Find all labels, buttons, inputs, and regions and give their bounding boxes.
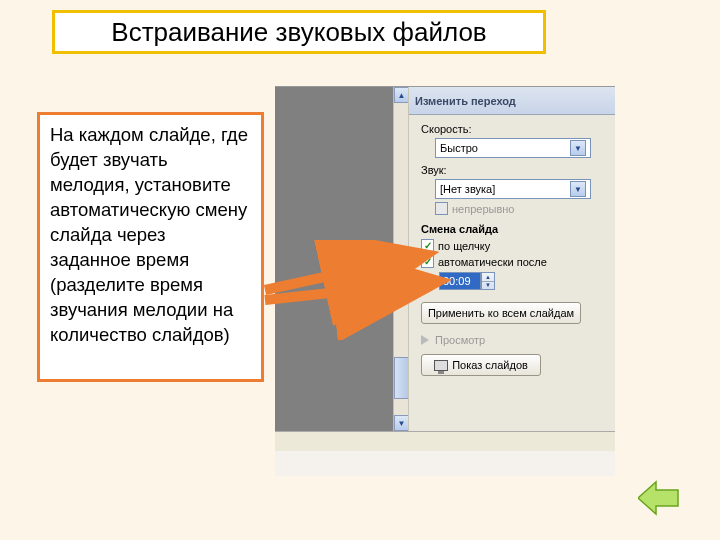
spinner-buttons[interactable]: ▲ ▼: [481, 272, 495, 290]
sound-value: [Нет звука]: [440, 183, 495, 195]
scroll-up-button[interactable]: ▲: [394, 87, 409, 103]
loop-checkbox: [435, 202, 448, 215]
preview-label: Просмотр: [435, 334, 485, 346]
transition-taskpane: Изменить переход Скорость: Быстро ▼ Звук…: [408, 87, 615, 431]
back-arrow-button[interactable]: [638, 480, 680, 516]
instruction-box: На каждом слайде, где будет звучать мело…: [37, 112, 264, 382]
auto-after-checkbox[interactable]: [421, 255, 434, 268]
apply-all-label: Применить ко всем слайдам: [428, 307, 574, 319]
taskpane-title: Изменить переход: [415, 95, 516, 107]
spinner-up-icon[interactable]: ▲: [482, 273, 494, 282]
preview-button[interactable]: Просмотр: [421, 334, 609, 346]
loop-label: непрерывно: [452, 203, 514, 215]
slideshow-label: Показ слайдов: [452, 359, 528, 371]
onclick-label: по щелчку: [438, 240, 490, 252]
sound-select[interactable]: [Нет звука] ▼: [435, 179, 591, 199]
speed-label: Скорость:: [421, 123, 609, 135]
instruction-text: На каждом слайде, где будет звучать мело…: [50, 123, 251, 348]
chevron-down-icon: ▼: [570, 140, 586, 156]
status-bar: [275, 431, 615, 451]
editor-scrollbar[interactable]: ▲ ▼: [393, 87, 408, 431]
spinner-down-icon[interactable]: ▼: [482, 282, 494, 290]
play-icon: [421, 335, 429, 345]
slide-title-box: Встраивание звуковых файлов: [52, 10, 546, 54]
chevron-down-icon: ▼: [570, 181, 586, 197]
slideshow-button[interactable]: Показ слайдов: [421, 354, 541, 376]
time-value[interactable]: 00:09: [439, 272, 481, 290]
slide-editor-area: [275, 87, 408, 431]
speed-value: Быстро: [440, 142, 478, 154]
svg-marker-3: [638, 482, 678, 514]
auto-after-label: автоматически после: [438, 256, 547, 268]
taskpane-header: Изменить переход: [409, 87, 615, 115]
advance-header: Смена слайда: [421, 223, 609, 235]
apply-all-button[interactable]: Применить ко всем слайдам: [421, 302, 581, 324]
sound-label: Звук:: [421, 164, 609, 176]
onclick-checkbox[interactable]: [421, 239, 434, 252]
powerpoint-window: ▲ ▼ Изменить переход Скорость: Быстро ▼ …: [275, 86, 615, 476]
scroll-down-button[interactable]: ▼: [394, 415, 409, 431]
projector-icon: [434, 360, 448, 371]
speed-select[interactable]: Быстро ▼: [435, 138, 591, 158]
scroll-thumb[interactable]: [394, 357, 409, 399]
slide-title: Встраивание звуковых файлов: [111, 17, 486, 48]
time-spinner[interactable]: 00:09 ▲ ▼: [439, 272, 609, 290]
